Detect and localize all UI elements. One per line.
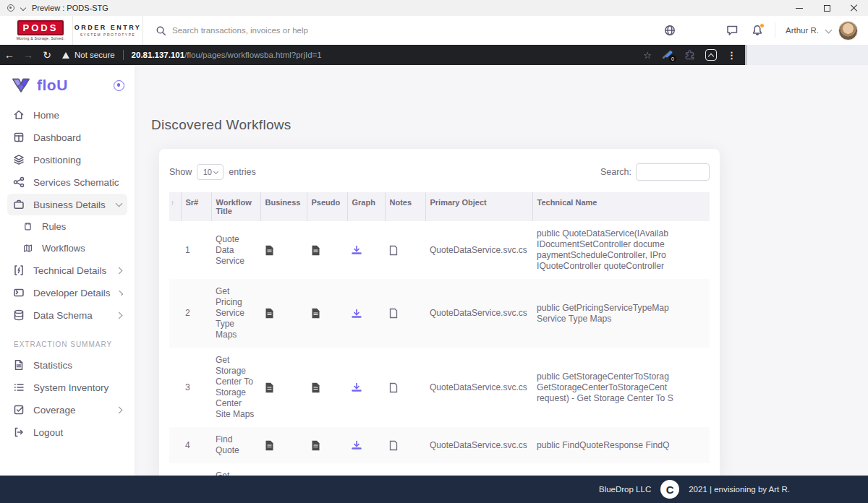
pseudo-doc-icon[interactable] (311, 308, 343, 319)
sidebar-item-workflows[interactable]: Workflows (7, 238, 127, 259)
sidebar-item-services-schematic[interactable]: Services Schematic (7, 171, 127, 193)
column-header-pseudo[interactable]: Pseudo (307, 192, 347, 221)
table-controls: Show 10 entries Search: (169, 163, 710, 181)
cell-workflow-title: Get Storage Center To Storage Center Sit… (211, 348, 260, 427)
rules-icon (22, 222, 33, 231)
notification-badge (760, 23, 765, 28)
notes-icon[interactable] (389, 308, 421, 319)
column-header-workflow-title[interactable]: Workflow Title (211, 192, 260, 221)
graph-download-icon[interactable] (352, 382, 380, 392)
sidebar-item-business-details[interactable]: Business Details (7, 194, 127, 215)
cell-technical-name: public FindQuoteResponse FindQ (532, 427, 710, 463)
header-divider (142, 16, 143, 45)
business-doc-icon[interactable] (265, 382, 302, 393)
share-network-icon (13, 176, 25, 188)
sidebar-item-coverage[interactable]: Coverage (7, 399, 127, 421)
browser-reload-button[interactable]: ↻ (38, 49, 56, 61)
sidebar-item-data-schema[interactable]: Data Schema (7, 304, 127, 326)
notifications-bell-icon[interactable] (752, 25, 763, 36)
table-row: 2 Get Pricing Service Type Maps QuoteDat… (169, 279, 710, 348)
globe-icon[interactable] (664, 25, 676, 36)
cell-workflow-title: Quote Data Service (211, 221, 260, 279)
sidebar-item-home[interactable]: Home (7, 104, 127, 126)
cell-technical-name: public GetPricingServiceTypeMap Service … (532, 279, 710, 348)
security-label[interactable]: Not secure (75, 51, 115, 59)
proxy-extension-icon[interactable]: 0 (662, 50, 673, 60)
column-header-technical-name[interactable]: Technical Name (532, 192, 710, 221)
business-doc-icon[interactable] (265, 245, 302, 256)
cell-sr: 4 (181, 427, 211, 463)
browser-forward-button[interactable]: → (19, 49, 38, 61)
column-header-sr[interactable]: Sr# (181, 192, 211, 221)
sort-column-header[interactable]: ↑ (169, 192, 181, 221)
notes-icon[interactable] (389, 245, 421, 256)
column-header-business[interactable]: Business (260, 192, 307, 221)
graph-download-icon[interactable] (352, 440, 380, 450)
pods-logo: PODS Moving & Storage, Solved. (9, 20, 72, 40)
sidebar-collapse-toggle-icon[interactable] (114, 80, 124, 91)
cell-sr: 5 (181, 463, 211, 476)
screen: Preview : PODS-STG PODS Moving & Storage… (0, 0, 868, 503)
browser-address-bar: ← → ↻ Not secure 20.81.137.101/flou/page… (0, 45, 745, 65)
url-field[interactable]: Not secure 20.81.137.101/flou/pages/work… (62, 50, 322, 60)
user-name[interactable]: Arthur R. (786, 26, 819, 35)
user-menu-chevron-icon[interactable] (825, 26, 833, 33)
pseudo-doc-icon[interactable] (311, 440, 343, 451)
extensions-puzzle-icon[interactable] (684, 50, 695, 61)
main-content: Discovered Workflows Show 10 entries Sea… (135, 65, 868, 476)
table-header-row: ↑ Sr# Workflow Title Business Pseudo Gra… (169, 192, 710, 221)
pseudo-doc-icon[interactable] (311, 382, 343, 393)
cell-technical-name: public QuoteDataService(IAvailab IDocume… (532, 221, 710, 279)
flou-logo-icon (12, 78, 30, 93)
browser-profile-icon[interactable] (705, 49, 717, 61)
table-search-input[interactable] (636, 163, 710, 181)
terminal-icon (13, 287, 25, 298)
sort-icon: ↑ (171, 199, 174, 207)
graph-download-icon[interactable] (352, 309, 380, 319)
business-doc-icon[interactable] (265, 440, 302, 451)
browser-menu-icon[interactable]: ⋮ (727, 50, 736, 61)
user-avatar[interactable] (838, 21, 858, 40)
sidebar-item-logout[interactable]: Logout (7, 421, 127, 443)
chat-icon[interactable] (726, 25, 739, 36)
brand-row: floU (7, 74, 127, 104)
column-header-primary-object[interactable]: Primary Object (425, 192, 532, 221)
global-search[interactable]: Search transactions, invoices or help (155, 25, 308, 36)
app-header: PODS Moving & Storage, Solved. ORDER ENT… (0, 16, 868, 45)
table-row: 1 Quote Data Service QuoteDataService.sv… (169, 221, 710, 279)
brand-name: floU (37, 77, 68, 94)
tab-chevron-icon[interactable] (20, 5, 26, 11)
chevron-down-icon (116, 200, 123, 207)
cell-technical-name: public GetStorageCenterToStorag GetStora… (532, 348, 710, 427)
minimize-button[interactable] (786, 0, 813, 16)
notes-icon[interactable] (389, 382, 421, 393)
pseudo-doc-icon[interactable] (311, 245, 343, 256)
sidebar-item-statistics[interactable]: Statistics (7, 354, 127, 376)
cell-primary-object: QuoteDataService.svc.cs (425, 221, 532, 279)
chevron-right-icon (116, 311, 123, 319)
cell-primary-object: QuoteDataService.svc.cs (425, 279, 532, 348)
sidebar-item-system-inventory[interactable]: System Inventory (7, 377, 127, 398)
sidebar-item-positioning[interactable]: Positioning (7, 149, 127, 171)
column-header-graph[interactable]: Graph (347, 192, 385, 221)
window-title: Preview : PODS-STG (32, 4, 109, 12)
table-search-label: Search: (600, 167, 631, 177)
notes-icon[interactable] (389, 440, 421, 451)
close-icon (851, 4, 858, 12)
sidebar-item-dashboard[interactable]: Dashboard (7, 126, 127, 148)
sidebar-item-developer-details[interactable]: Developer Details (7, 282, 127, 304)
close-button[interactable] (841, 0, 868, 16)
sidebar-item-rules[interactable]: Rules (7, 216, 127, 237)
graph-download-icon[interactable] (352, 245, 380, 255)
business-doc-icon[interactable] (265, 308, 302, 319)
column-header-notes[interactable]: Notes (385, 192, 425, 221)
address-separator (123, 50, 124, 60)
sidebar-item-technical-details[interactable]: Technical Details (7, 259, 127, 281)
maximize-button[interactable] (813, 0, 841, 16)
bookmark-star-icon[interactable]: ☆ (643, 50, 652, 61)
window-titlebar: Preview : PODS-STG (0, 0, 868, 16)
browser-back-button[interactable]: ← (0, 49, 19, 61)
page-size-select[interactable]: 10 (197, 164, 224, 180)
table-row: 5 Get Service Code Service Stage QuoteDa… (169, 463, 710, 476)
search-icon (155, 25, 166, 36)
